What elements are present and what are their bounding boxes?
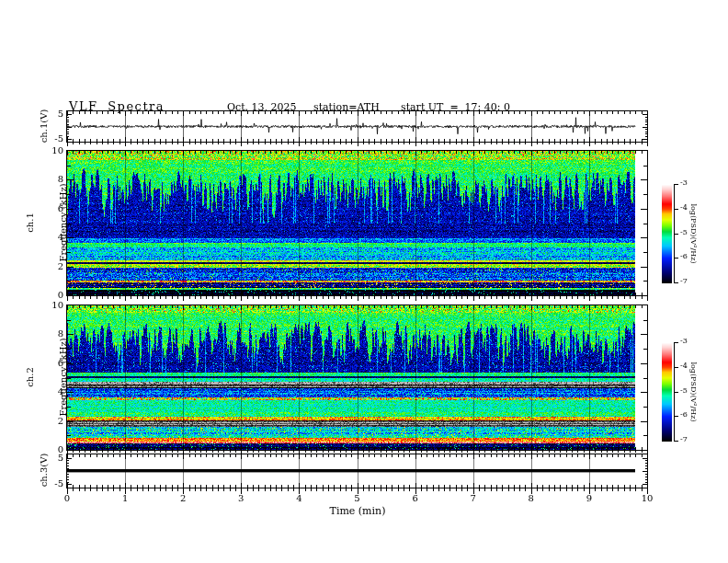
vlf-spectra-figure: VLF Spectra Oct. 13, 2025 station=ATH st… <box>0 0 728 563</box>
vlf-spectra-plot-canvas <box>0 0 728 563</box>
